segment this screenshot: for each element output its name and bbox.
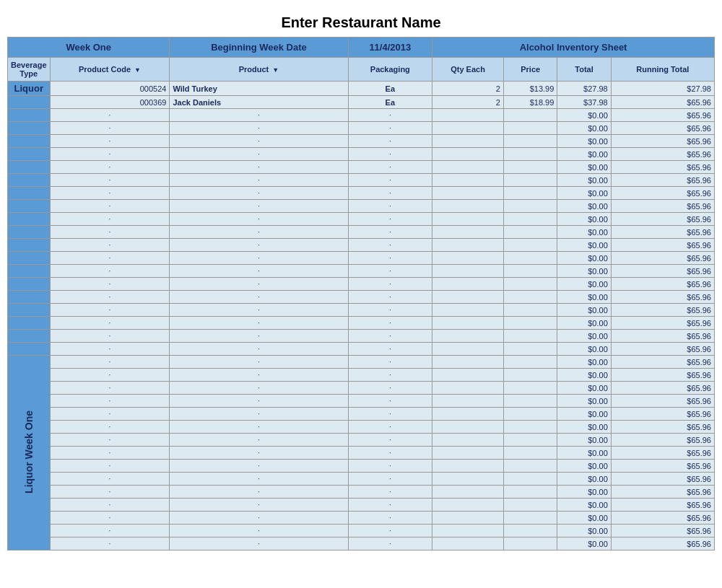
table-row: · · · $0.00 $65.96	[8, 304, 715, 317]
product-cell: Jack Daniels	[170, 96, 348, 109]
total-cell: $27.98	[557, 82, 611, 96]
col-bev-type: Beverage Type	[8, 58, 51, 82]
table-row: · · · $0.00 $65.96	[8, 343, 715, 356]
table-row: · · · $0.00 $65.96	[8, 200, 715, 213]
col-total: Total	[557, 58, 611, 82]
price-cell: $13.99	[503, 82, 557, 96]
table-row: · · · $0.00 $65.96	[8, 161, 715, 174]
table-row: · · · $0.00 $65.96	[8, 148, 715, 161]
table-row: · · · $0.00 $65.96	[8, 265, 715, 278]
table-row: · · · $0.00 $65.96	[8, 369, 715, 382]
table-row: Liquor 000524 Wild Turkey Ea 2 $13.99 $2…	[8, 82, 715, 96]
table-row: · · · $0.00 $65.96	[8, 421, 715, 434]
inventory-table: Week One Beginning Week Date 11/4/2013 A…	[7, 37, 715, 550]
table-row: · · · $0.00 $65.96	[8, 460, 715, 473]
total-cell: $37.98	[557, 96, 611, 109]
page-title: Enter Restaurant Name	[7, 7, 715, 37]
packaging-cell: Ea	[348, 96, 432, 109]
table-row: · · · $0.00 $65.96	[8, 317, 715, 330]
running-total-cell: $27.98	[611, 82, 714, 96]
col-packaging: Packaging	[348, 58, 432, 82]
header-row-2: Beverage Type Product Code ▼ Product ▼ P…	[8, 58, 715, 82]
table-row: · · · $0.00 $65.96	[8, 382, 715, 395]
table-row: · · · $0.00 $65.96	[8, 473, 715, 486]
qty-cell: 2	[432, 96, 504, 109]
product-dot: ·	[170, 109, 348, 122]
week-one-header: Week One	[8, 38, 170, 58]
table-row: · · · $0.00 $65.96	[8, 109, 715, 122]
header-row-1: Week One Beginning Week Date 11/4/2013 A…	[8, 38, 715, 58]
table-row: · · · $0.00 $65.96	[8, 278, 715, 291]
packaging-dot: ·	[348, 109, 432, 122]
table-row: · · · $0.00 $65.96	[8, 330, 715, 343]
table-row: · · · $0.00 $65.96	[8, 512, 715, 525]
table-row: · · · $0.00 $65.96	[8, 239, 715, 252]
col-product-code: Product Code ▼	[50, 58, 170, 82]
bev-type-cell: Liquor	[8, 82, 51, 96]
product-filter-icon[interactable]: ▼	[272, 66, 279, 74]
table-row: · · · $0.00 $65.96	[8, 291, 715, 304]
beginning-week-date-header: Beginning Week Date	[170, 38, 348, 58]
col-running-total: Running Total	[611, 58, 714, 82]
bev-type-cell-empty	[8, 109, 51, 122]
table-row: Liquor Week One · · · $0.00 $65.96	[8, 356, 715, 369]
table-row: · · · $0.00 $65.96	[8, 537, 715, 550]
table-row: · · · $0.00 $65.96	[8, 213, 715, 226]
liquor-week-one-label: Liquor Week One	[8, 356, 51, 550]
code-dot: ·	[50, 109, 170, 122]
table-row: · · · $0.00 $65.96	[8, 187, 715, 200]
table-row: · · · $0.00 $65.96	[8, 174, 715, 187]
code-cell: 000369	[50, 96, 170, 109]
table-row: · · · $0.00 $65.96	[8, 226, 715, 239]
bev-type-cell-empty	[8, 96, 51, 109]
code-cell: 000524	[50, 82, 170, 96]
table-row: · · · $0.00 $65.96	[8, 486, 715, 499]
table-row: · · · $0.00 $65.96	[8, 122, 715, 135]
table-row: 000369 Jack Daniels Ea 2 $18.99 $37.98 $…	[8, 96, 715, 109]
table-row: · · · $0.00 $65.96	[8, 135, 715, 148]
price-cell: $18.99	[503, 96, 557, 109]
col-qty-each: Qty Each	[432, 58, 504, 82]
qty-cell: 2	[432, 82, 504, 96]
total-zero: $0.00	[557, 109, 611, 122]
table-row: · · · $0.00 $65.96	[8, 252, 715, 265]
col-price: Price	[503, 58, 557, 82]
product-code-filter-icon[interactable]: ▼	[134, 66, 141, 74]
alcohol-inventory-header: Alcohol Inventory Sheet	[432, 38, 715, 58]
table-row: · · · $0.00 $65.96	[8, 525, 715, 537]
running-total-val: $65.96	[611, 109, 714, 122]
product-cell: Wild Turkey	[170, 82, 348, 96]
bev-type-cell-empty	[8, 122, 51, 135]
table-row: · · · $0.00 $65.96	[8, 408, 715, 421]
table-row: · · · $0.00 $65.96	[8, 434, 715, 447]
table-row: · · · $0.00 $65.96	[8, 447, 715, 460]
table-row: · · · $0.00 $65.96	[8, 499, 715, 512]
price-empty	[503, 109, 557, 122]
table-row: · · · $0.00 $65.96	[8, 395, 715, 408]
qty-empty	[432, 109, 504, 122]
col-product: Product ▼	[170, 58, 348, 82]
date-value-header: 11/4/2013	[348, 38, 432, 58]
running-total-cell: $65.96	[611, 96, 714, 109]
packaging-cell: Ea	[348, 82, 432, 96]
